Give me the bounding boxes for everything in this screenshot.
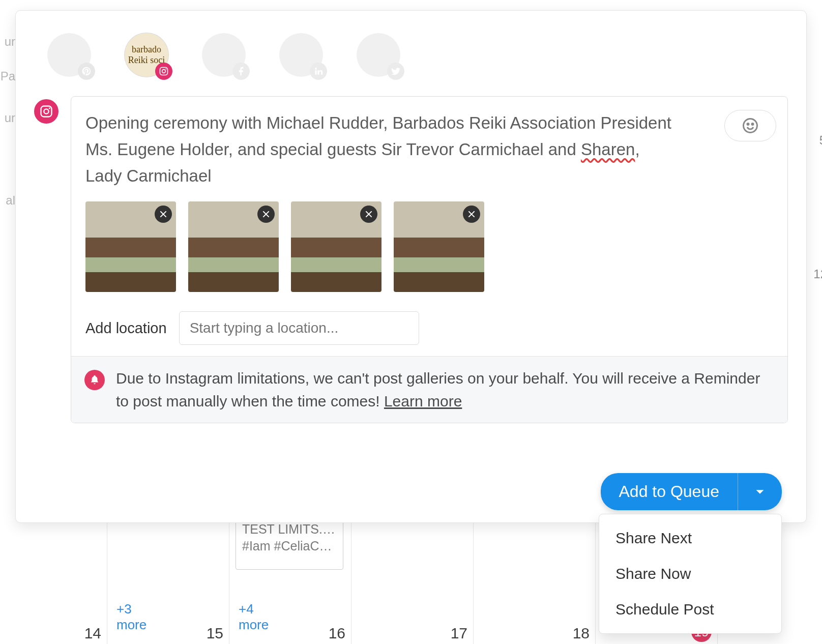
twitter-icon (387, 63, 404, 80)
cell-date: 14 (84, 625, 101, 642)
open-action-menu-button[interactable] (738, 473, 782, 510)
bg-label: ur (0, 35, 15, 49)
bell-icon (84, 370, 105, 390)
account-twitter[interactable] (357, 33, 400, 77)
svg-point-8 (752, 124, 753, 125)
pinterest-icon (78, 63, 95, 80)
action-menu: Share Next Share Now Schedule Post (599, 514, 782, 634)
spellcheck-word[interactable]: Sharen (581, 140, 635, 159)
cell-more[interactable]: +4 more (239, 601, 269, 633)
svg-point-7 (747, 124, 749, 125)
image-gallery (85, 201, 773, 292)
add-location-label: Add location (85, 320, 167, 337)
composer-modal: barbado Reiki soci (15, 10, 807, 523)
caption-text[interactable]: Opening ceremony with Michael Rudder, Ba… (85, 110, 681, 189)
bg-label: al (0, 193, 15, 208)
linkedin-icon (310, 63, 327, 80)
facebook-icon (232, 63, 250, 80)
bg-date: 5 (819, 133, 822, 148)
remove-image-button[interactable] (257, 206, 275, 223)
location-input[interactable] (179, 311, 419, 345)
image-thumb[interactable] (394, 201, 484, 292)
remove-image-button[interactable] (360, 206, 377, 223)
learn-more-link[interactable]: Learn more (384, 393, 462, 409)
account-instagram[interactable]: barbado Reiki soci (125, 33, 168, 77)
primary-action-split-button: Add to Queue (601, 473, 782, 510)
svg-point-6 (744, 119, 757, 133)
image-thumb[interactable] (291, 201, 381, 292)
share-now-option[interactable]: Share Now (599, 556, 781, 592)
account-linkedin[interactable] (279, 33, 323, 77)
bg-date: 12 (813, 267, 822, 281)
emoji-button[interactable] (724, 110, 776, 141)
account-picker: barbado Reiki soci (34, 29, 788, 92)
image-thumb[interactable] (188, 201, 279, 292)
active-platform-badge (34, 99, 58, 124)
account-facebook[interactable] (202, 33, 246, 77)
card-line: #Iam #CeliaCol... (236, 537, 343, 553)
instagram-icon (155, 63, 172, 80)
schedule-post-option[interactable]: Schedule Post (599, 592, 781, 627)
svg-point-2 (165, 68, 166, 69)
instagram-limitation-notice: Due to Instagram limitations, we can't p… (71, 356, 787, 423)
image-thumb[interactable] (85, 201, 176, 292)
svg-point-5 (49, 107, 50, 109)
cell-date: 16 (329, 625, 345, 642)
remove-image-button[interactable] (463, 206, 480, 223)
bg-label: Pa (0, 69, 15, 83)
svg-point-1 (162, 70, 166, 73)
bg-label: ur (0, 111, 15, 125)
cell-date: 18 (573, 625, 590, 642)
composer-card: Opening ceremony with Michael Rudder, Ba… (71, 96, 788, 423)
account-pinterest[interactable] (47, 33, 91, 77)
share-next-option[interactable]: Share Next (599, 520, 781, 556)
add-to-queue-button[interactable]: Add to Queue (601, 473, 738, 510)
cell-more[interactable]: +3 more (116, 601, 146, 633)
cell-date: 15 (207, 625, 223, 642)
svg-point-4 (44, 109, 48, 113)
cell-date: 17 (451, 625, 467, 642)
remove-image-button[interactable] (155, 206, 172, 223)
